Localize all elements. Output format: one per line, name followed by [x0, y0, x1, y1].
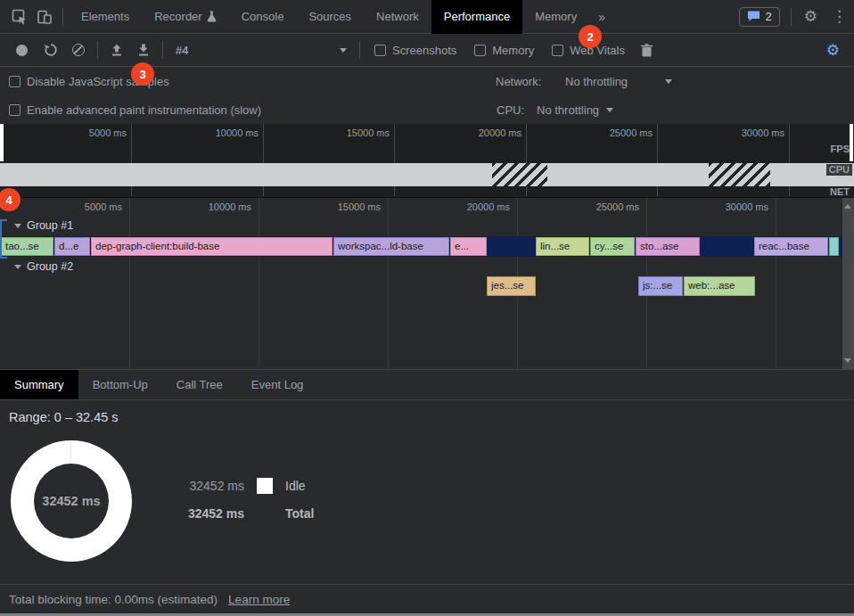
block-icon	[72, 44, 85, 56]
total-blocking-time-text: Total blocking time: 0.00ms (estimated)	[9, 593, 218, 606]
scroll-up-icon[interactable]	[844, 204, 851, 209]
flame-event-bar[interactable]: sto...ase	[636, 237, 700, 256]
status-bar: Total blocking time: 0.00ms (estimated) …	[0, 584, 854, 613]
capture-settings-gear-icon[interactable]: ⚙	[819, 41, 847, 60]
save-profile-button[interactable]	[137, 44, 150, 57]
flame-event-bar[interactable]: lin...se	[536, 237, 589, 256]
tab-call-tree[interactable]: Call Tree	[162, 370, 237, 399]
idle-swatch	[257, 478, 273, 494]
flame-event-bar[interactable]: jes...se	[487, 276, 536, 296]
network-throttle-label: Network:	[496, 75, 541, 88]
group-2-label: Group #2	[27, 260, 73, 273]
overview-left-handle[interactable]	[0, 124, 4, 161]
performance-toolbar: #4 Screenshots Memory Web Vitals ⚙	[0, 34, 854, 67]
cpu-throttled-hatch	[492, 163, 547, 186]
issues-counter-button[interactable]: 2	[739, 7, 780, 27]
flame-event-bar[interactable]: cy...se	[590, 237, 635, 256]
flame-event-bar[interactable]: web:...ase	[684, 276, 755, 296]
clear-recording-button[interactable]	[72, 44, 85, 56]
summary-pane: Range: 0 – 32.45 s 32452 ms 32452 ms Idl…	[0, 400, 854, 584]
flame-chart[interactable]: Group #1 tao...sed...edep-graph-client:b…	[0, 198, 854, 370]
chevron-down-icon	[665, 79, 672, 84]
group-2-track: jes...sejs:...seweb:...ase	[0, 276, 843, 296]
paint-instrumentation-label: Enable advanced paint instrumentation (s…	[27, 103, 261, 117]
tab-event-log[interactable]: Event Log	[237, 370, 318, 399]
screenshots-checkbox[interactable]	[374, 45, 386, 56]
web-vitals-checkbox[interactable]	[552, 45, 563, 56]
range-label: Range: 0 – 32.45 s	[9, 410, 119, 424]
timeline-overview[interactable]: FPS CPU NET 5000 ms10000 ms15000 ms20000…	[0, 124, 854, 198]
paint-instrumentation-checkbox[interactable]	[9, 104, 21, 116]
trash-icon	[641, 44, 653, 57]
divider	[791, 8, 792, 26]
settings-gear-icon[interactable]: ⚙	[797, 7, 825, 26]
flame-chart-scrollbar[interactable]	[842, 198, 854, 369]
overview-right-handle[interactable]	[850, 124, 853, 161]
device-toolbar-icon[interactable]	[32, 5, 57, 29]
tab-label: Sources	[308, 0, 351, 34]
tab-summary[interactable]: Summary	[0, 370, 78, 399]
total-label: Total	[285, 506, 314, 521]
tab-sources[interactable]: Sources	[296, 0, 364, 34]
network-throttle-select[interactable]: No throttling	[565, 75, 672, 88]
group-2-header[interactable]: Group #2	[14, 260, 73, 273]
tab-performance[interactable]: Performance	[431, 0, 522, 34]
load-profile-button[interactable]	[111, 44, 123, 57]
tab-network[interactable]: Network	[364, 0, 431, 34]
tab-bottom-up[interactable]: Bottom-Up	[78, 370, 162, 399]
tab-elements[interactable]: Elements	[69, 0, 142, 34]
overview-tick-label: 15000 ms	[296, 127, 390, 138]
flame-event-bar[interactable]: tao...se	[1, 237, 53, 256]
flame-event-bar[interactable]: js:...se	[638, 276, 683, 296]
fps-lane-label: FPS	[828, 144, 852, 155]
recording-history-select[interactable]: #4	[176, 44, 347, 57]
tab-recorder[interactable]: Recorder	[142, 0, 228, 34]
selected-group-bracket	[0, 219, 6, 259]
idle-value: 32452 ms	[175, 479, 244, 493]
upload-arrow-icon	[111, 44, 123, 57]
divider	[162, 41, 163, 59]
flame-event-bar[interactable]: dep-graph-client:build-base	[91, 237, 333, 256]
download-arrow-icon	[137, 44, 150, 57]
scroll-down-icon[interactable]	[844, 358, 851, 363]
tab-memory[interactable]: Memory	[522, 0, 589, 34]
flask-icon	[207, 11, 217, 22]
record-button[interactable]	[16, 45, 28, 56]
chevron-double-right-icon: »	[598, 0, 605, 34]
total-value: 32452 ms	[175, 506, 244, 521]
donut-hole: 32452 ms	[34, 464, 109, 538]
paint-instrumentation-checkbox-group[interactable]: Enable advanced paint instrumentation (s…	[9, 103, 261, 117]
flame-event-bar[interactable]: workspac...ld-base	[333, 237, 449, 256]
flame-event-bar[interactable]: e...	[450, 237, 487, 256]
inspect-element-icon[interactable]	[7, 5, 32, 29]
memory-checkbox-group[interactable]: Memory	[474, 44, 534, 57]
memory-checkbox[interactable]	[474, 45, 486, 56]
flame-event-bar[interactable]: reac...base	[754, 237, 828, 256]
tab-label: Summary	[14, 378, 64, 391]
flame-tick-label: 5000 ms	[33, 201, 122, 212]
tab-label: Network	[376, 0, 419, 34]
screenshots-label: Screenshots	[392, 44, 456, 57]
flame-event-bar[interactable]: d...e	[54, 237, 90, 256]
cpu-throttle-value: No throttling	[537, 103, 599, 117]
inspect-cursor-icon	[12, 9, 28, 25]
cpu-activity-band	[0, 163, 854, 186]
kebab-menu-icon[interactable]: ⋮	[825, 7, 854, 26]
tab-label: Console	[242, 0, 284, 34]
network-throttle-value: No throttling	[565, 75, 628, 88]
garbage-collect-button[interactable]	[641, 44, 653, 57]
screenshots-checkbox-group[interactable]: Screenshots	[374, 44, 456, 57]
reload-and-record-button[interactable]	[44, 43, 58, 57]
group-1-header[interactable]: Group #1	[14, 219, 73, 232]
devtools-window: Elements Recorder Console Sources Networ…	[0, 0, 854, 616]
disable-js-checkbox[interactable]	[9, 76, 21, 87]
donut-legend: 32452 ms Idle 32452 ms Total	[175, 478, 314, 533]
learn-more-link[interactable]: Learn more	[228, 593, 290, 606]
divider	[97, 41, 98, 59]
flame-event-bar[interactable]	[829, 237, 839, 256]
flame-tick-label: 10000 ms	[162, 201, 251, 212]
cpu-throttle-select[interactable]: No throttling	[537, 103, 613, 117]
tab-label: Event Log	[251, 378, 304, 391]
step-badge-2: 2	[579, 25, 602, 48]
tab-console[interactable]: Console	[229, 0, 297, 34]
